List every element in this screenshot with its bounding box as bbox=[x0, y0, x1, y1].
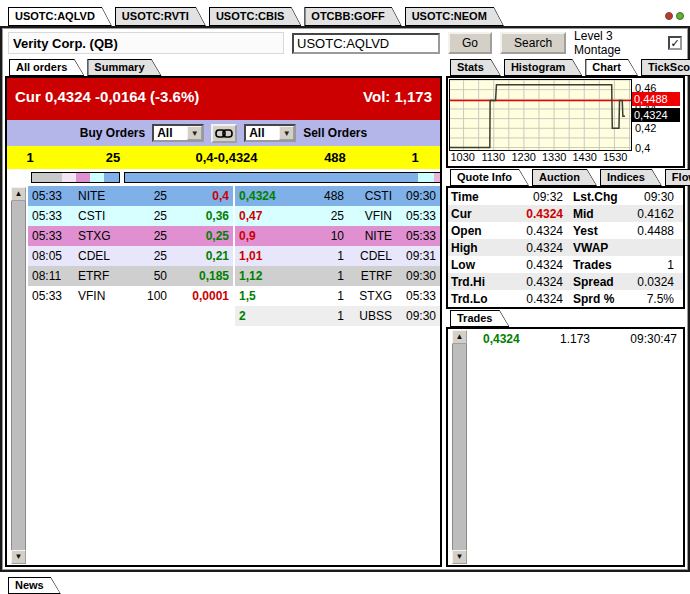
buy-order-row[interactable]: 05:33NITE250,4 bbox=[28, 186, 233, 206]
order-size: 10 bbox=[305, 229, 344, 243]
quote-label: VWAP bbox=[569, 241, 631, 255]
trade-time: 09:30:47 bbox=[597, 332, 677, 346]
tab-tab-label: Flow bbox=[672, 171, 690, 183]
y-tick-label: 0,42 bbox=[635, 122, 656, 134]
link-filters-button[interactable] bbox=[211, 124, 237, 143]
tab-indices[interactable]: Indices bbox=[600, 169, 662, 186]
tab-flow[interactable]: Flow bbox=[665, 169, 690, 186]
tab-tab-body: Auction bbox=[533, 170, 596, 185]
scrollbar-track[interactable] bbox=[11, 201, 26, 550]
quote-label: Low bbox=[451, 258, 503, 272]
order-price: 1,5 bbox=[239, 289, 305, 303]
order-size: 1 bbox=[305, 309, 344, 323]
sell-order-row[interactable]: 0,4725VFIN05:33 bbox=[235, 206, 440, 226]
order-size: 1 bbox=[305, 249, 344, 263]
bid-count: 1 bbox=[7, 150, 53, 165]
orderbook-panel: All ordersSummary Cur 0,4324 -0,0164 (-3… bbox=[5, 58, 442, 567]
last-price-marker: 0,4324 bbox=[632, 108, 680, 122]
status-leds bbox=[665, 12, 684, 26]
inside-market-row: 1 25 0,4-0,4324 488 1 bbox=[7, 146, 440, 169]
scroll-up-icon[interactable]: ▲ bbox=[452, 330, 467, 344]
sell-orders-label: Sell Orders bbox=[303, 126, 367, 140]
quote-label: Open bbox=[451, 224, 503, 238]
tab-tab-body: USOTC:CBIS bbox=[210, 8, 300, 25]
buy-order-row[interactable]: 08:05CDEL250,21 bbox=[28, 246, 233, 266]
tab-otcbb-goff[interactable]: OTCBB:GOFF bbox=[304, 7, 401, 26]
quote-value: 0.4324 bbox=[503, 275, 569, 289]
tab-tab-label: All orders bbox=[16, 61, 67, 73]
tab-tab-body: USOTC:RVTI bbox=[116, 8, 205, 25]
market-maker: CSTI bbox=[78, 209, 132, 223]
content-area: All ordersSummary Cur 0,4324 -0,0164 (-3… bbox=[2, 58, 688, 570]
scroll-down-icon[interactable]: ▼ bbox=[11, 550, 26, 564]
orderbook-box: Cur 0,4324 -0,0164 (-3.6%) Vol: 1,173 Bu… bbox=[5, 76, 442, 567]
chevron-down-icon[interactable]: ▼ bbox=[187, 126, 202, 140]
level3-montage-checkbox[interactable]: ✓ bbox=[668, 36, 682, 50]
order-price: 0,4324 bbox=[239, 189, 305, 203]
buy-order-row[interactable]: 08:11ETRF500,185 bbox=[28, 266, 233, 286]
search-button[interactable]: Search bbox=[500, 32, 566, 54]
scrollbar-track[interactable] bbox=[452, 344, 467, 550]
buy-order-row[interactable]: 05:33STXG250,25 bbox=[28, 226, 233, 246]
tab-chart[interactable]: Chart bbox=[585, 59, 638, 76]
tab-trades[interactable]: Trades bbox=[450, 310, 509, 327]
tab-tickscope[interactable]: TickScope bbox=[641, 59, 690, 76]
order-price: 0,21 bbox=[167, 249, 229, 263]
quote-label: Trades bbox=[569, 258, 631, 272]
x-tick-label: 1230 bbox=[511, 151, 535, 163]
tab-histogram[interactable]: Histogram bbox=[504, 59, 582, 76]
tab-tab-body: USOTC:NEOM bbox=[406, 8, 503, 25]
sell-order-row[interactable]: 1,51STXG05:33 bbox=[235, 286, 440, 306]
order-size: 1 bbox=[305, 289, 344, 303]
tab-news[interactable]: News bbox=[8, 577, 61, 594]
order-time: 09:30 bbox=[392, 189, 436, 203]
depth-segment bbox=[62, 173, 76, 182]
quote-value: 0.4162 bbox=[631, 207, 680, 221]
order-size: 25 bbox=[132, 209, 167, 223]
tab-tab-body: OTCBB:GOFF bbox=[305, 8, 400, 25]
tab-all-orders[interactable]: All orders bbox=[9, 59, 84, 76]
buy-order-row[interactable]: 05:33VFIN1000,0001 bbox=[28, 286, 233, 306]
order-price: 0,0001 bbox=[167, 289, 229, 303]
buy-filter-dropdown[interactable]: All ▼ bbox=[152, 124, 204, 142]
tab-tab-body: All orders bbox=[10, 60, 83, 75]
chevron-down-icon[interactable]: ▼ bbox=[279, 126, 294, 140]
scroll-up-icon[interactable]: ▲ bbox=[11, 187, 26, 201]
tab-usotc-aqlvd[interactable]: USOTC:AQLVD bbox=[8, 7, 112, 26]
symbol-tab-strip: USOTC:AQLVDUSOTC:RVTIUSOTC:CBISOTCBB:GOF… bbox=[0, 0, 690, 26]
tab-stats[interactable]: Stats bbox=[450, 59, 501, 76]
bottom-tab-strip: News bbox=[0, 572, 690, 594]
tab-usotc-cbis[interactable]: USOTC:CBIS bbox=[209, 7, 301, 26]
volume-text: Vol: 1,173 bbox=[363, 88, 432, 105]
tab-usotc-neom[interactable]: USOTC:NEOM bbox=[405, 7, 504, 26]
quote-label: Trd.Lo bbox=[451, 292, 503, 306]
quote-value: 7.5% bbox=[631, 292, 680, 306]
orderbook-scrollbar[interactable]: ▲ ▼ bbox=[11, 187, 26, 564]
tab-auction[interactable]: Auction bbox=[532, 169, 597, 186]
tab-summary[interactable]: Summary bbox=[87, 59, 161, 76]
quote-label: Spread bbox=[569, 275, 631, 289]
scroll-down-icon[interactable]: ▼ bbox=[452, 550, 467, 564]
buy-order-row[interactable]: 05:33CSTI250,36 bbox=[28, 206, 233, 226]
sell-order-row[interactable]: 0,910NITE05:33 bbox=[235, 226, 440, 246]
tab-tab-body: Trades bbox=[451, 311, 508, 326]
sell-order-row[interactable]: 0,4324488CSTI09:30 bbox=[235, 186, 440, 206]
sell-order-row[interactable]: 1,121ETRF09:30 bbox=[235, 266, 440, 286]
level3-montage-window: USOTC:AQLVDUSOTC:RVTIUSOTC:CBISOTCBB:GOF… bbox=[0, 0, 690, 594]
trades-scrollbar[interactable]: ▲ ▼ bbox=[452, 330, 467, 564]
buy-depth-bar bbox=[31, 172, 120, 183]
symbol-input[interactable] bbox=[292, 33, 440, 54]
order-price: 1,01 bbox=[239, 249, 305, 263]
sell-order-row[interactable]: 1,011CDEL09:31 bbox=[235, 246, 440, 266]
chart-x-axis: 103011301230133014301530 bbox=[449, 151, 632, 165]
tab-usotc-rvti[interactable]: USOTC:RVTI bbox=[115, 7, 206, 26]
quote-label: Yest bbox=[569, 224, 631, 238]
price-chart: 0,460,440,420,40,44880,4324 103011301230… bbox=[446, 76, 685, 168]
sell-filter-dropdown[interactable]: All ▼ bbox=[244, 124, 296, 142]
tab-quote-info[interactable]: Quote Info bbox=[450, 169, 529, 186]
go-button[interactable]: Go bbox=[448, 32, 492, 54]
market-maker: NITE bbox=[344, 229, 392, 243]
sell-order-row[interactable]: 21UBSS09:30 bbox=[235, 306, 440, 326]
tab-tab-body: Summary bbox=[88, 60, 160, 75]
order-time: 05:33 bbox=[32, 289, 78, 303]
